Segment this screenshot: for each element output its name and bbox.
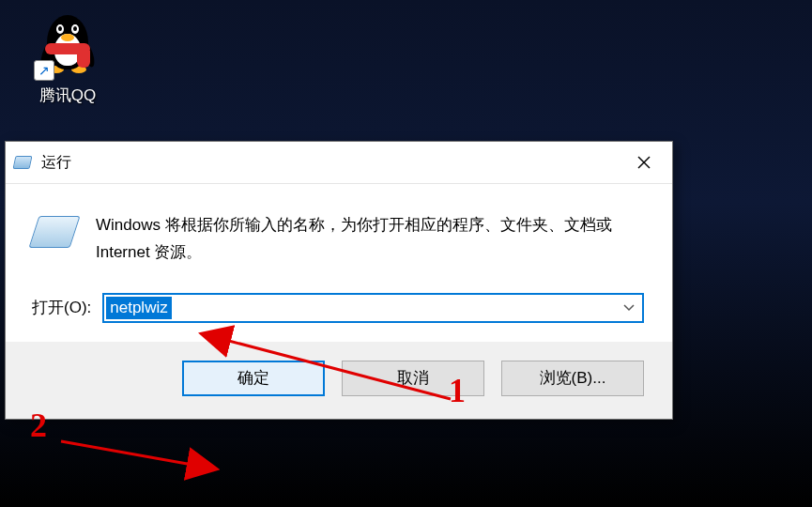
shortcut-overlay-icon: ↗ xyxy=(34,60,54,81)
run-dialog: 运行 Windows 将根据你所输入的名称，为你打开相应的程序、文件夹、文档或 … xyxy=(5,141,673,420)
ok-button[interactable]: 确定 xyxy=(182,361,325,396)
combobox-dropdown-button[interactable] xyxy=(616,304,642,312)
dialog-body: Windows 将根据你所输入的名称，为你打开相应的程序、文件夹、文档或 Int… xyxy=(6,184,672,342)
close-icon xyxy=(637,156,651,169)
run-large-icon xyxy=(32,212,77,254)
run-dialog-icon xyxy=(13,153,32,172)
dialog-description: Windows 将根据你所输入的名称，为你打开相应的程序、文件夹、文档或 Int… xyxy=(96,212,644,267)
open-label: 打开(O): xyxy=(32,297,91,318)
open-combobox[interactable]: netplwiz xyxy=(102,293,644,323)
desktop-icon-label: 腾讯QQ xyxy=(21,84,115,106)
ok-button-label: 确定 xyxy=(237,367,269,389)
dialog-footer: 确定 取消 浏览(B)... xyxy=(6,342,672,419)
cancel-button-label: 取消 xyxy=(397,367,429,389)
open-input-value[interactable]: netplwiz xyxy=(110,299,167,317)
browse-button[interactable]: 浏览(B)... xyxy=(501,361,644,396)
cancel-button[interactable]: 取消 xyxy=(342,361,484,396)
dialog-title: 运行 xyxy=(41,153,622,173)
close-button[interactable] xyxy=(622,148,665,177)
titlebar[interactable]: 运行 xyxy=(6,142,672,184)
browse-button-label: 浏览(B)... xyxy=(540,367,606,389)
qq-penguin-icon: ↗ xyxy=(34,8,101,81)
chevron-down-icon xyxy=(623,304,635,312)
desktop-shortcut-qq[interactable]: ↗ 腾讯QQ xyxy=(21,8,115,106)
